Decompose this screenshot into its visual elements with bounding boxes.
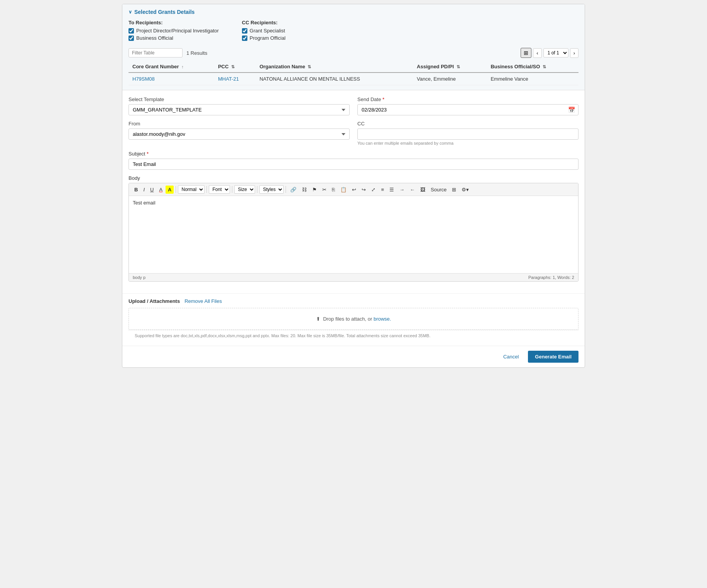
source-button[interactable]: Source [428, 186, 449, 194]
to-pd-pi-label: Project Director/Principal Investigator [136, 28, 219, 34]
more-button[interactable]: ⚙▾ [459, 186, 471, 194]
to-recipients-group: To Recipients: Project Director/Principa… [129, 20, 219, 42]
upload-header: Upload / Attachments Remove All Files [129, 298, 578, 304]
cc-program-official-label: Program Official [250, 35, 286, 41]
body-section: Body B I U A A Normal Font [129, 175, 578, 282]
styles-select[interactable]: Styles [259, 185, 284, 194]
table-button[interactable]: ⊞ [450, 186, 458, 194]
subject-input[interactable] [129, 159, 578, 170]
editor-container: B I U A A Normal Font Size [129, 183, 578, 282]
chevron-icon: ∨ [129, 9, 132, 15]
to-business-official-checkbox[interactable] [129, 35, 134, 41]
send-date-input[interactable] [357, 104, 578, 115]
col-business-official[interactable]: Business Official/SO ⇅ [487, 61, 578, 73]
style-normal-select[interactable]: Normal [178, 185, 205, 194]
cc-recipients-label: CC Recipients: [242, 20, 286, 25]
col-pcc[interactable]: PCC ⇅ [214, 61, 255, 73]
outdent-button[interactable]: ← [408, 186, 417, 194]
from-select[interactable]: alastor.moody@nih.gov [129, 128, 350, 140]
subject-group: Subject * [129, 151, 578, 170]
table-controls-left: 1 Results [129, 48, 207, 57]
template-select[interactable]: GMM_GRANTOR_TEMPLATE [129, 104, 350, 115]
image-button[interactable]: 🖼 [418, 186, 428, 194]
cell-core-grant[interactable]: H79SM08 [129, 73, 214, 85]
cc-label: CC [357, 121, 578, 127]
toolbar-separator-3 [232, 186, 232, 193]
grants-table: Core Grant Number ↑ PCC ⇅ Organization N… [129, 61, 578, 85]
core-grant-link[interactable]: H79SM08 [132, 76, 155, 82]
subject-label: Subject * [129, 151, 578, 157]
table-controls: 1 Results ⊞ ‹ 1 of 1 › [129, 48, 578, 58]
font-select[interactable]: Font [209, 185, 230, 194]
col-core-grant[interactable]: Core Grant Number ↑ [129, 61, 214, 73]
col-org-name[interactable]: Organization Name ⇅ [255, 61, 413, 73]
redo-button[interactable]: ↪ [359, 186, 368, 194]
grid-view-button[interactable]: ⊞ [521, 48, 531, 58]
date-wrapper: 📅 [357, 104, 578, 115]
recipients-row: To Recipients: Project Director/Principa… [129, 20, 578, 42]
editor-body[interactable]: Test email [129, 196, 578, 273]
sort-icon-business-official: ⇅ [543, 64, 546, 69]
col-assigned-pd[interactable]: Assigned PD/PI ⇅ [413, 61, 487, 73]
cc-recipients-group: CC Recipients: Grant Specialist Program … [242, 20, 286, 42]
section-title: Selected Grants Details [134, 9, 195, 15]
cell-assigned-pd: Vance, Emmeline [413, 73, 487, 85]
results-count: 1 Results [186, 50, 207, 56]
send-date-group: Send Date * 📅 [357, 96, 578, 115]
page-select[interactable]: 1 of 1 [543, 48, 568, 57]
cc-grant-specialist-label: Grant Specialist [250, 28, 285, 34]
upload-icon: ⬆ [316, 316, 320, 322]
drop-zone[interactable]: ⬆ Drop files to attach, or browse. [129, 308, 578, 330]
cc-input[interactable] [357, 128, 578, 140]
size-select[interactable]: Size [234, 185, 255, 194]
unlink-button[interactable]: ⛓ [299, 186, 309, 194]
cc-program-official-checkbox[interactable] [242, 35, 247, 41]
generate-email-button[interactable]: Generate Email [528, 351, 578, 363]
expand-button[interactable]: ⤢ [369, 186, 378, 194]
cc-hint: You can enter multiple emails separated … [357, 141, 578, 145]
upload-section: Upload / Attachments Remove All Files ⬆ … [122, 293, 585, 346]
table-row: H79SM08 MHAT-21 NATONAL ALLIANCE ON MENT… [129, 73, 578, 85]
form-section: Select Template GMM_GRANTOR_TEMPLATE Sen… [122, 90, 585, 293]
cc-grant-specialist-checkbox[interactable] [242, 28, 247, 34]
copy-button[interactable]: ⎘ [330, 186, 337, 194]
upload-title: Upload / Attachments [129, 298, 180, 304]
bold-button[interactable]: B [132, 186, 140, 194]
to-business-official-label: Business Official [136, 35, 173, 41]
sort-icon-pcc: ⇅ [231, 64, 235, 69]
undo-button[interactable]: ↩ [350, 186, 359, 194]
from-label: From [129, 121, 350, 127]
remove-all-files-link[interactable]: Remove All Files [184, 298, 222, 304]
pcc-link[interactable]: MHAT-21 [218, 76, 239, 82]
cc-grant-specialist-item: Grant Specialist [242, 28, 286, 34]
calendar-icon[interactable]: 📅 [568, 106, 575, 113]
grants-details-header[interactable]: ∨ Selected Grants Details [129, 9, 578, 15]
underline-button[interactable]: U [148, 186, 156, 194]
link-button[interactable]: 🔗 [288, 186, 299, 194]
drop-text: Drop files to attach, or [323, 316, 372, 322]
to-pd-pi-checkbox[interactable] [129, 28, 134, 34]
ol-button[interactable]: ≡ [379, 186, 386, 194]
supported-files-text: Supported file types are doc,txt,xls,pdf… [129, 330, 578, 341]
subject-required-star: * [147, 151, 149, 157]
flag-button[interactable]: ⚑ [310, 186, 319, 194]
cut-button[interactable]: ✂ [320, 186, 329, 194]
bg-color-button[interactable]: A [166, 186, 174, 194]
paste-button[interactable]: 📋 [338, 186, 349, 194]
italic-button[interactable]: I [141, 186, 147, 194]
prev-page-button[interactable]: ‹ [533, 48, 541, 58]
table-controls-right: ⊞ ‹ 1 of 1 › [521, 48, 578, 58]
font-color-button[interactable]: A [157, 186, 165, 194]
next-page-button[interactable]: › [570, 48, 578, 58]
ul-button[interactable]: ☰ [387, 186, 396, 194]
cancel-button[interactable]: Cancel [498, 351, 524, 362]
grants-details-section: ∨ Selected Grants Details To Recipients:… [122, 4, 585, 90]
to-business-official-item: Business Official [129, 35, 219, 41]
filter-input[interactable] [129, 48, 183, 57]
browse-link[interactable]: browse. [374, 316, 391, 322]
sort-icon-assigned-pd: ⇅ [457, 64, 460, 69]
toolbar-separator-4 [257, 186, 257, 193]
editor-footer-left: body p [133, 275, 145, 280]
indent-button[interactable]: → [397, 186, 407, 194]
to-pd-pi-item: Project Director/Principal Investigator [129, 28, 219, 34]
